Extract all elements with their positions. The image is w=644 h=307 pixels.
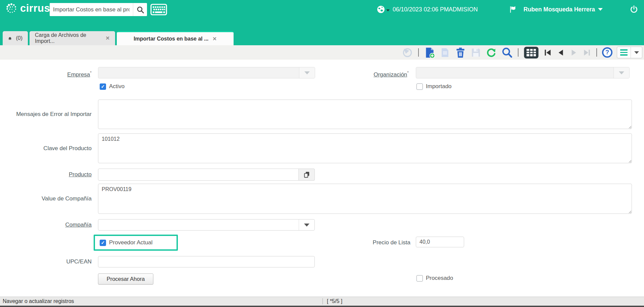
quick-form-dropdown-button[interactable] xyxy=(631,47,642,58)
tab-home[interactable]: (0) xyxy=(3,31,28,45)
keyboard-icon xyxy=(150,4,167,15)
copy-record-button[interactable] xyxy=(440,47,450,58)
logo[interactable]: cirrus xyxy=(5,2,50,14)
toolbar-separator xyxy=(518,48,518,57)
compania-combobox[interactable] xyxy=(98,219,315,231)
next-record-icon xyxy=(569,48,578,57)
chevron-down-icon[interactable] xyxy=(299,67,315,78)
procesado-checkbox[interactable] xyxy=(416,275,423,282)
chevron-down-icon[interactable] xyxy=(299,220,314,230)
power-icon xyxy=(630,5,638,14)
importado-checkbox[interactable] xyxy=(416,83,423,90)
clave-producto-textarea[interactable]: 101012 xyxy=(98,133,632,163)
status-separator xyxy=(323,298,323,304)
chevron-down-icon[interactable] xyxy=(613,67,629,78)
close-icon[interactable]: ✕ xyxy=(212,36,217,42)
new-record-button[interactable] xyxy=(424,47,435,58)
activo-checkbox[interactable]: ✓ xyxy=(100,83,106,90)
producto-input[interactable] xyxy=(98,169,299,181)
virtual-keyboard-button[interactable] xyxy=(150,4,167,17)
save-button[interactable] xyxy=(470,47,481,58)
procesar-ahora-button[interactable]: Procesar Ahora xyxy=(98,273,153,285)
user-menu[interactable]: Ruben Mosqueda Herrera xyxy=(524,0,603,19)
producto-label[interactable]: Producto xyxy=(0,169,92,181)
toolbar: ? xyxy=(0,45,644,60)
status-bar: Navegar o actualizar registros [ *5/5 ] xyxy=(0,297,644,306)
delete-record-button[interactable] xyxy=(455,47,466,58)
value-compania-textarea[interactable]: PROV00119 xyxy=(98,184,632,214)
precio-lista-input[interactable] xyxy=(416,237,464,247)
record-form: Empresa* Organización* ✓ Activo Importad… xyxy=(0,60,644,297)
search-button[interactable] xyxy=(133,3,147,16)
value-compania-label: Value de Compañía xyxy=(0,184,92,214)
tab-label: Importar Costos en base al ... xyxy=(134,36,208,42)
proveedor-actual-checkbox[interactable]: ✓ xyxy=(100,240,106,246)
header: cirrus xyxy=(0,0,644,45)
search-icon xyxy=(136,6,144,14)
help-button[interactable]: ? xyxy=(602,47,612,58)
proveedor-actual-label: Proveedor Actual xyxy=(109,239,152,246)
activo-field: ✓ Activo xyxy=(100,83,125,90)
last-record-button[interactable] xyxy=(583,48,591,57)
compania-label[interactable]: Compañía xyxy=(0,219,92,231)
save-icon xyxy=(470,47,481,58)
first-record-button[interactable] xyxy=(543,48,552,57)
check-icon: ✓ xyxy=(101,240,105,245)
last-record-icon xyxy=(583,48,591,57)
refresh-icon xyxy=(486,47,497,58)
upc-ean-label: UPC/EAN xyxy=(0,256,92,267)
delete-icon xyxy=(455,47,466,58)
clave-producto-label: Clave del Producto xyxy=(0,133,92,163)
procesado-label: Procesado xyxy=(426,275,453,282)
organizacion-label[interactable]: Organización* xyxy=(318,67,409,80)
find-button[interactable] xyxy=(501,47,513,58)
undo-button[interactable] xyxy=(402,47,413,58)
language-selector[interactable] xyxy=(377,0,390,19)
organizacion-combobox[interactable] xyxy=(416,67,630,78)
compania-value xyxy=(98,220,299,230)
previous-record-icon xyxy=(556,48,565,57)
flag-icon xyxy=(509,5,517,14)
tab-importar-costos[interactable]: Importar Costos en base al ... ✕ xyxy=(117,31,234,45)
tab-carga-archivos[interactable]: Carga de Archivos de Import... ✕ xyxy=(30,31,115,45)
role-name: ADMISION xyxy=(449,0,478,19)
check-icon: ✓ xyxy=(101,84,105,89)
home-icon xyxy=(8,35,12,42)
logout-button[interactable] xyxy=(630,0,638,19)
copy-record-icon xyxy=(440,47,450,58)
quick-form-button[interactable] xyxy=(617,47,631,58)
toggle-grid-button[interactable] xyxy=(524,46,539,59)
cirrus-logo-icon xyxy=(5,2,17,14)
tab-bar: (0) Carga de Archivos de Import... ✕ Imp… xyxy=(3,31,234,45)
organizacion-value xyxy=(416,67,613,78)
tab-label: Carga de Archivos de Import... xyxy=(35,32,101,44)
importado-label: Importado xyxy=(426,83,452,90)
empresa-combobox[interactable] xyxy=(98,67,315,78)
grid-view-icon xyxy=(524,46,539,59)
tab-label: (0) xyxy=(16,35,22,41)
global-search xyxy=(50,3,147,16)
help-icon: ? xyxy=(602,47,612,58)
status-message: Navegar o actualizar registros xyxy=(3,297,74,306)
feedback-flag-button[interactable] xyxy=(509,0,517,19)
procesado-field: Procesado xyxy=(416,275,453,282)
producto-search-button[interactable] xyxy=(298,169,315,181)
global-search-input[interactable] xyxy=(50,3,133,16)
toolbar-separator xyxy=(418,48,419,57)
previous-record-button[interactable] xyxy=(556,48,565,57)
mensajes-textarea[interactable] xyxy=(98,100,632,129)
toolbar-separator xyxy=(596,48,597,57)
close-icon[interactable]: ✕ xyxy=(105,35,110,41)
chevron-down-icon xyxy=(598,8,603,11)
activo-label: Activo xyxy=(109,83,125,90)
application-window: cirrus xyxy=(0,0,644,307)
empresa-label[interactable]: Empresa* xyxy=(0,67,92,80)
empresa-value xyxy=(98,67,299,78)
upc-ean-input[interactable] xyxy=(98,256,315,267)
quick-form-split-button xyxy=(617,47,642,58)
window-bottom-edge xyxy=(0,306,644,307)
next-record-button[interactable] xyxy=(569,48,578,57)
importado-field: Importado xyxy=(416,83,452,90)
refresh-button[interactable] xyxy=(486,47,497,58)
list-icon xyxy=(620,49,628,56)
